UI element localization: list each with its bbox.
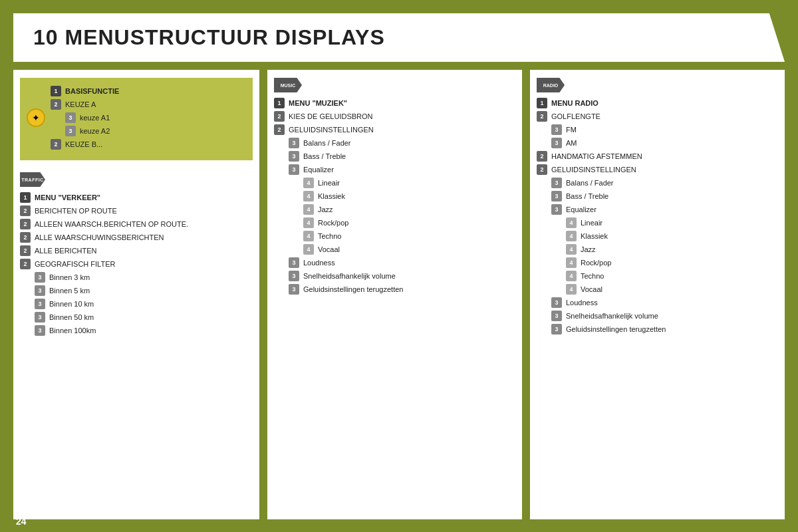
music-menu-title: MENU "MUZIEK" — [289, 99, 347, 107]
level-badge-3a: 3 — [65, 112, 76, 123]
r-lvl4-1: 4 — [566, 217, 577, 228]
keuze-a-label: KEUZE A — [65, 100, 96, 108]
t-lvl2-1: 2 — [20, 205, 31, 216]
r-lvl4-4: 4 — [566, 257, 577, 268]
traffic-menu-title: MENU "VERKEER" — [35, 194, 100, 201]
r-item-13: Techno — [581, 272, 604, 280]
r-lvl4-5: 4 — [566, 271, 577, 281]
t-lvl3-5: 3 — [35, 325, 45, 336]
r-item-7: Bass / Treble — [566, 192, 608, 200]
m-lvl4-1: 4 — [303, 178, 314, 188]
m-item-12: Loudness — [303, 259, 335, 267]
m-lvl3-4: 3 — [289, 257, 299, 268]
t-item-10: Binnen 100km — [49, 327, 96, 334]
r-item-14: Vocaal — [581, 285, 602, 293]
t-item-9: Binnen 50 km — [49, 313, 94, 321]
r-lvl2-2: 2 — [537, 151, 547, 162]
level-badge-3b: 3 — [65, 126, 76, 136]
m-item-10: Techno — [318, 232, 341, 240]
r-item-16: Snelheidsafhankelijk volume — [566, 312, 658, 320]
m-item-8: Jazz — [318, 205, 333, 213]
m-lvl3-6: 3 — [289, 284, 299, 295]
m-item-11: Vocaal — [318, 245, 340, 253]
traffic-icon: TRAFFIC — [20, 172, 45, 187]
keuze-b-label: KEUZE B... — [65, 140, 102, 148]
t-lvl2-4: 2 — [20, 245, 31, 256]
m-item-6: Lineair — [318, 179, 340, 187]
t-lvl2-5: 2 — [20, 259, 31, 269]
r-lvl3-8: 3 — [551, 324, 562, 334]
m-lvl2-2: 2 — [274, 124, 285, 135]
r-lvl2-3: 2 — [537, 164, 547, 175]
r-item-9: Lineair — [581, 219, 602, 227]
r-lvl3-2: 3 — [551, 138, 562, 148]
t-item-4: ALLE BERICHTEN — [35, 247, 97, 255]
m-item-9: Rock/pop — [318, 219, 348, 227]
r-lvl3-6: 3 — [551, 297, 562, 308]
keuze-a2-label: keuze A2 — [80, 127, 110, 135]
m-lvl1: 1 — [274, 98, 285, 108]
radio-panel: RADIO 1 MENU RADIO 2 GOLFLENGTE 3 FM 3 A… — [530, 70, 785, 519]
t-lvl3-3: 3 — [35, 299, 45, 309]
m-item-7: Klassiek — [318, 192, 345, 200]
m-lvl3-5: 3 — [289, 271, 299, 281]
t-item-8: Binnen 10 km — [49, 300, 94, 308]
music-panel: MUSIC 1 MENU "MUZIEK" 2 KIES DE GELUIDSB… — [267, 70, 522, 519]
m-item-1: KIES DE GELUIDSBRON — [289, 112, 373, 120]
m-lvl3-2: 3 — [289, 151, 299, 162]
r-lvl4-2: 4 — [566, 231, 577, 241]
level-badge-2b: 2 — [51, 139, 61, 150]
keuze-a1-label: keuze A1 — [80, 114, 110, 122]
page-header: 10 MENUSTRUCTUUR DISPLAYS — [13, 13, 785, 62]
r-lvl3-3: 3 — [551, 178, 562, 188]
r-item-2: FM — [566, 126, 577, 134]
r-lvl1: 1 — [537, 98, 547, 108]
m-lvl2-1: 2 — [274, 111, 285, 122]
t-item-1: BERICHTEN OP ROUTE — [35, 207, 117, 215]
traffic-section: TRAFFIC 1 MENU "VERKEER" 2 BERICHTEN OP … — [20, 167, 253, 337]
t-item-6: Binnen 3 km — [49, 273, 90, 281]
m-lvl3-1: 3 — [289, 138, 299, 148]
r-lvl3-7: 3 — [551, 311, 562, 321]
level-badge-2a: 2 — [51, 99, 61, 110]
m-item-3: Balans / Fader — [303, 139, 351, 147]
m-item-13: Snelheidsafhankelijk volume — [303, 272, 396, 280]
traffic-level-badge-1: 1 — [20, 192, 31, 203]
r-item-17: Geluidsinstellingen terugzetten — [566, 325, 666, 333]
left-panel: ✦ 1 BASISFUNCTIE 2 KEUZE A 3 keuze A1 — [13, 70, 259, 519]
r-item-15: Loudness — [566, 299, 598, 307]
t-lvl2-3: 2 — [20, 232, 31, 243]
r-item-4: HANDMATIG AFSTEMMEN — [551, 152, 642, 160]
r-item-5: GELUIDSINSTELLINGEN — [551, 166, 636, 174]
r-lvl3-5: 3 — [551, 204, 562, 215]
m-item-4: Bass / Treble — [303, 152, 346, 160]
r-item-12: Rock/pop — [581, 259, 611, 267]
m-lvl4-5: 4 — [303, 231, 314, 241]
r-item-6: Balans / Fader — [566, 179, 614, 187]
r-item-1: GOLFLENGTE — [551, 112, 600, 120]
m-lvl4-6: 4 — [303, 244, 314, 255]
m-lvl4-4: 4 — [303, 217, 314, 228]
sun-icon: ✦ — [27, 108, 45, 127]
t-item-7: Binnen 5 km — [49, 287, 90, 295]
radio-icon: RADIO — [537, 78, 565, 92]
t-item-5: GEOGRAFISCH FILTER — [35, 260, 115, 268]
t-item-2: ALLEEN WAARSCH.BERICHTEN OP ROUTE. — [35, 220, 188, 228]
r-item-8: Equalizer — [566, 205, 597, 213]
m-lvl4-3: 4 — [303, 204, 314, 215]
m-lvl3-3: 3 — [289, 164, 299, 175]
t-lvl3-4: 3 — [35, 312, 45, 323]
t-lvl2-2: 2 — [20, 219, 31, 229]
level-badge-1: 1 — [51, 86, 61, 96]
m-item-5: Equalizer — [303, 166, 334, 174]
m-item-2: GELUIDSINSTELLINGEN — [289, 126, 374, 134]
music-icon: MUSIC — [274, 78, 302, 92]
r-item-10: Klassiek — [581, 232, 608, 240]
r-lvl3-4: 3 — [551, 191, 562, 201]
t-item-3: ALLE WAARSCHUWINGSBERICHTEN — [35, 233, 164, 241]
r-lvl4-3: 4 — [566, 244, 577, 255]
r-item-3: AM — [566, 139, 577, 147]
basisfunctie-label: BASISFUNCTIE — [65, 87, 119, 95]
page-title: 10 MENUSTRUCTUUR DISPLAYS — [33, 25, 385, 49]
t-lvl3-1: 3 — [35, 272, 45, 283]
